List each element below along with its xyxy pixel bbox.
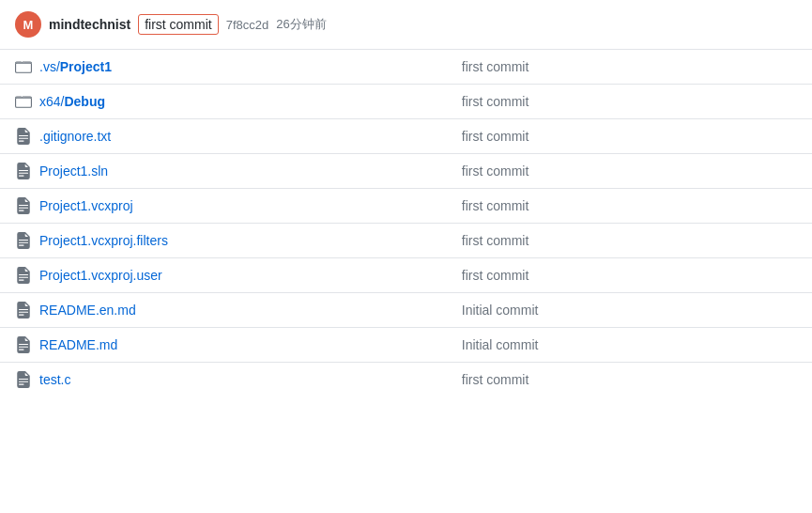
table-row: .gitignore.txtfirst commit: [0, 119, 812, 154]
svg-rect-8: [19, 210, 24, 211]
file-name-cell: .vs/Project1: [0, 50, 447, 85]
table-row: README.mdInitial commit: [0, 328, 812, 363]
file-name[interactable]: Project1.vcxproj.user: [39, 268, 162, 283]
file-name-cell: README.md: [0, 328, 447, 363]
file-name[interactable]: Project1.vcxproj.filters: [39, 233, 168, 248]
file-icon: [15, 336, 32, 353]
file-name-cell: test.c: [0, 363, 447, 397]
file-commit-msg: first commit: [447, 258, 812, 293]
svg-rect-16: [19, 312, 28, 313]
folder-icon: [15, 58, 32, 75]
file-name-cell: Project1.vcxproj.filters: [0, 224, 447, 258]
commit-hash: 7f8cc2d: [226, 18, 269, 32]
file-commit-msg: first commit: [447, 50, 812, 85]
svg-rect-15: [19, 309, 28, 310]
table-row: README.en.mdInitial commit: [0, 293, 812, 328]
table-row: Project1.slnfirst commit: [0, 154, 812, 189]
author-name[interactable]: mindtechnist: [49, 17, 130, 32]
file-name[interactable]: Project1.vcxproj: [39, 198, 133, 213]
file-icon: [15, 232, 32, 249]
file-commit-msg: first commit: [447, 189, 812, 224]
commit-message-badge[interactable]: first commit: [138, 14, 219, 35]
file-commit-msg: Initial commit: [447, 293, 812, 328]
svg-rect-14: [19, 280, 24, 281]
svg-rect-20: [19, 350, 24, 350]
svg-rect-3: [19, 170, 28, 171]
svg-rect-12: [19, 274, 28, 275]
file-icon: [15, 302, 32, 319]
file-icon: [15, 128, 32, 145]
file-name-cell: .gitignore.txt: [0, 119, 447, 154]
avatar: M: [15, 11, 41, 38]
svg-rect-9: [19, 240, 28, 241]
svg-rect-17: [19, 315, 24, 316]
file-commit-msg: first commit: [447, 119, 812, 154]
file-name[interactable]: x64/Debug: [39, 94, 105, 109]
table-row: Project1.vcxproj.userfirst commit: [0, 258, 812, 293]
repository-file-browser: M mindtechnist first commit 7f8cc2d 26分钟…: [0, 0, 812, 396]
file-commit-msg: Initial commit: [447, 328, 812, 363]
table-row: x64/Debugfirst commit: [0, 85, 812, 119]
svg-rect-22: [19, 381, 28, 382]
file-commit-msg: first commit: [447, 85, 812, 119]
file-name[interactable]: .gitignore.txt: [39, 129, 111, 144]
svg-rect-19: [19, 347, 28, 348]
file-name[interactable]: README.md: [39, 337, 117, 352]
svg-rect-11: [19, 245, 24, 246]
file-table: .vs/Project1first commit x64/Debugfirst …: [0, 50, 812, 396]
svg-rect-18: [19, 344, 28, 345]
file-name-cell: Project1.vcxproj.user: [0, 258, 447, 293]
table-row: .vs/Project1first commit: [0, 50, 812, 85]
svg-rect-1: [19, 138, 28, 139]
svg-rect-4: [19, 173, 28, 174]
svg-rect-0: [19, 135, 28, 136]
file-name-cell: Project1.vcxproj: [0, 189, 447, 224]
file-name-cell: Project1.sln: [0, 154, 447, 189]
file-icon: [15, 371, 32, 388]
commit-header: M mindtechnist first commit 7f8cc2d 26分钟…: [0, 0, 812, 50]
file-icon: [15, 163, 32, 179]
svg-rect-7: [19, 208, 28, 209]
file-name[interactable]: .vs/Project1: [39, 59, 112, 74]
file-name[interactable]: Project1.sln: [39, 163, 108, 179]
table-row: Project1.vcxproj.filtersfirst commit: [0, 224, 812, 258]
svg-rect-6: [19, 205, 28, 206]
file-name-cell: x64/Debug: [0, 85, 447, 119]
commit-time: 26分钟前: [276, 16, 326, 33]
file-name-cell: README.en.md: [0, 293, 447, 328]
file-commit-msg: first commit: [447, 154, 812, 189]
file-commit-msg: first commit: [447, 363, 812, 397]
svg-rect-23: [19, 384, 24, 385]
svg-rect-2: [19, 141, 24, 142]
file-name[interactable]: test.c: [39, 372, 70, 387]
table-row: Project1.vcxprojfirst commit: [0, 189, 812, 224]
file-icon: [15, 267, 32, 284]
table-row: test.cfirst commit: [0, 363, 812, 397]
folder-icon: [15, 93, 32, 110]
svg-rect-13: [19, 277, 28, 278]
svg-rect-21: [19, 379, 28, 380]
file-name[interactable]: README.en.md: [39, 303, 136, 318]
file-commit-msg: first commit: [447, 224, 812, 258]
file-icon: [15, 197, 32, 214]
svg-rect-10: [19, 242, 28, 243]
svg-rect-5: [19, 176, 24, 177]
